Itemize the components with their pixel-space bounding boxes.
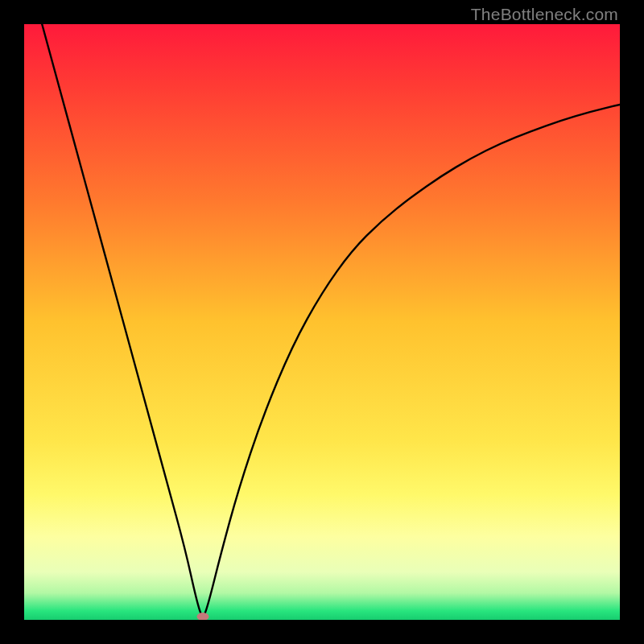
curve-layer	[24, 24, 620, 620]
plot-area	[24, 24, 620, 620]
chart-frame: TheBottleneck.com	[0, 0, 644, 644]
bottleneck-curve	[42, 24, 620, 615]
watermark-text: TheBottleneck.com	[471, 5, 618, 24]
minimum-marker	[197, 613, 209, 620]
